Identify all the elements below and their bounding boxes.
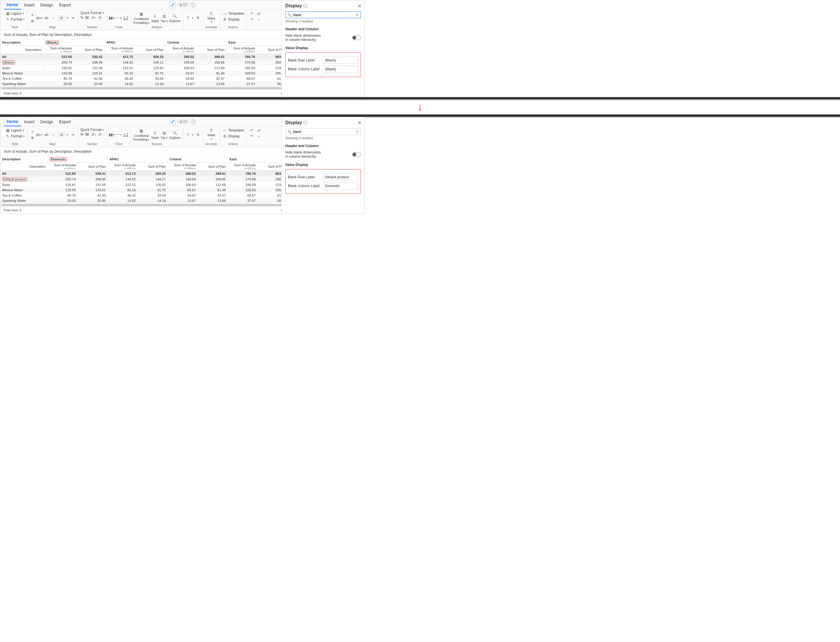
off-badge[interactable]: Off — [178, 120, 189, 124]
cell[interactable]: 68.67 — [228, 193, 257, 198]
line-icon[interactable]: 〰▾ — [116, 132, 121, 138]
cell[interactable]: 195.59 — [228, 182, 257, 187]
edit-mode-icon[interactable] — [169, 118, 176, 125]
sort-button[interactable]: ⇅ — [195, 15, 201, 21]
expand-icon[interactable]: ↔ — [256, 17, 261, 22]
tab-design[interactable]: Design — [37, 118, 56, 126]
cell[interactable]: 144.11 — [138, 176, 168, 182]
col-sum-plan[interactable]: Sum of Plan — [135, 45, 165, 54]
cell[interactable]: 279.60 — [227, 60, 257, 65]
cell[interactable]: 409.25 — [135, 54, 165, 60]
col-sum-plan[interactable]: Sum of Plan — [138, 162, 168, 171]
cell[interactable]: 206.95 — [74, 60, 104, 65]
cell[interactable]: 413.72 — [108, 171, 138, 177]
cell[interactable]: 32.57 — [196, 76, 227, 81]
dec-decimal[interactable]: .0− — [98, 132, 103, 136]
indent-icon[interactable]: ⇥ — [70, 132, 75, 138]
region-central[interactable]: Central — [165, 39, 227, 45]
format-button[interactable]: ✎Format▾ — [5, 17, 25, 22]
panel-search-input[interactable] — [293, 130, 356, 134]
region-east[interactable]: East — [227, 39, 288, 45]
cell[interactable]: 131.59 — [74, 65, 104, 71]
tab-insert[interactable]: Insert — [21, 118, 37, 126]
redo-icon[interactable]: ↷ — [249, 134, 254, 139]
undo-icon[interactable]: ↶ — [249, 11, 254, 16]
row-label[interactable]: Mineral Water — [0, 187, 48, 193]
topn-button[interactable]: ▤Top n — [160, 130, 168, 139]
sort-button[interactable]: ⇅ — [195, 132, 201, 138]
bar-icon[interactable]: ▮▮▾ — [109, 132, 115, 138]
dec-decimal[interactable]: .0− — [98, 16, 103, 20]
cell[interactable]: 131.59 — [78, 182, 108, 187]
inc-decimal[interactable]: .0+ — [91, 132, 96, 136]
align-center-icon[interactable]: ≣ — [30, 18, 35, 24]
totals-button[interactable]: ΣTotals — [151, 13, 159, 23]
row-label[interactable]: Tea & Coffee — [0, 193, 48, 198]
col-sum-plan[interactable]: Sum of Plan — [197, 162, 228, 171]
panel-info-icon[interactable]: i — [303, 4, 308, 8]
cell[interactable]: 522.85 — [43, 54, 74, 60]
col-sum-plan[interactable]: Sum of Plan — [74, 45, 104, 54]
align-left-icon[interactable]: ≡ — [30, 129, 35, 135]
info-icon[interactable]: i — [191, 120, 195, 124]
cell[interactable]: 20.85 — [78, 198, 108, 203]
cell[interactable]: 34.82 — [165, 76, 196, 81]
col-sum-actuals[interactable]: Sum of Actualsin Millions — [104, 45, 135, 54]
cell[interactable]: 34.82 — [168, 193, 197, 198]
cell[interactable]: 158.05 — [197, 176, 228, 182]
cell[interactable]: 144.92 — [108, 176, 138, 182]
wrap-icon[interactable]: ab↩ — [37, 132, 42, 138]
cell[interactable]: 108.53 — [168, 182, 197, 187]
row-label[interactable]: Default product — [0, 176, 48, 182]
off-badge[interactable]: Off — [178, 3, 189, 7]
col-description[interactable]: Description — [0, 39, 43, 45]
totals-button[interactable]: ΣTotals — [151, 130, 159, 139]
blank-col-input[interactable] — [323, 66, 358, 73]
close-icon[interactable]: ✕ — [358, 3, 361, 9]
col-sum-plan[interactable]: Sum of Plan — [196, 45, 227, 54]
blank-row-input[interactable] — [323, 57, 358, 64]
region-apac[interactable]: APAC — [104, 39, 165, 45]
panel-info-icon[interactable]: i — [303, 121, 308, 125]
cell[interactable]: 780.76 — [227, 54, 257, 60]
indent-icon[interactable]: ⇥ — [70, 15, 75, 21]
col-description2[interactable]: Description — [0, 45, 43, 54]
expand-icon[interactable]: ↔ — [256, 134, 261, 139]
cell[interactable]: 45.76 — [48, 193, 78, 198]
tab-design[interactable]: Design — [37, 1, 56, 9]
cell[interactable]: 83.97 — [168, 187, 197, 193]
cell[interactable]: 200.74 — [48, 176, 78, 182]
cell[interactable]: 530.41 — [78, 171, 108, 177]
cell[interactable]: 125.62 — [138, 182, 168, 187]
cell[interactable]: 199.83 — [228, 187, 257, 193]
region-east[interactable]: East — [228, 156, 288, 162]
layout-button[interactable]: ▦Layout▾ — [5, 128, 24, 133]
cell[interactable]: 91.75 — [138, 187, 168, 193]
blank-col-input[interactable] — [323, 182, 358, 190]
cell[interactable]: 129.51 — [78, 187, 108, 193]
blank-row-input[interactable] — [323, 173, 358, 181]
col-sum-plan[interactable]: Sum of Plan — [78, 162, 108, 171]
cell[interactable]: 81.44 — [196, 71, 227, 76]
cell[interactable]: 530.41 — [74, 54, 104, 60]
cell[interactable]: 14.82 — [104, 81, 135, 86]
cell[interactable]: 112.69 — [196, 65, 227, 71]
cell[interactable]: 125.81 — [48, 182, 78, 187]
cell[interactable]: 148.04 — [165, 60, 196, 65]
cell[interactable]: 45.76 — [43, 76, 74, 81]
cell[interactable]: 14.18 — [135, 81, 165, 86]
tab-home[interactable]: Home — [4, 117, 21, 126]
wrap-icon[interactable]: ab↩ — [37, 15, 42, 21]
cell[interactable]: 36.32 — [108, 193, 138, 198]
cell[interactable]: 37.07 — [227, 81, 257, 86]
cell[interactable]: 200.74 — [43, 60, 74, 65]
row-label[interactable]: All — [0, 54, 43, 60]
cell[interactable]: 33.59 — [135, 76, 165, 81]
cell[interactable]: 41.50 — [78, 193, 108, 198]
cell[interactable]: 91.75 — [135, 71, 165, 76]
cell[interactable]: 81.44 — [197, 187, 228, 193]
cell[interactable]: 13.67 — [168, 198, 197, 203]
bar-icon[interactable]: ▮▮▾ — [109, 15, 115, 21]
row-label[interactable]: Soda — [0, 65, 43, 71]
cell[interactable]: 122.51 — [104, 65, 135, 71]
